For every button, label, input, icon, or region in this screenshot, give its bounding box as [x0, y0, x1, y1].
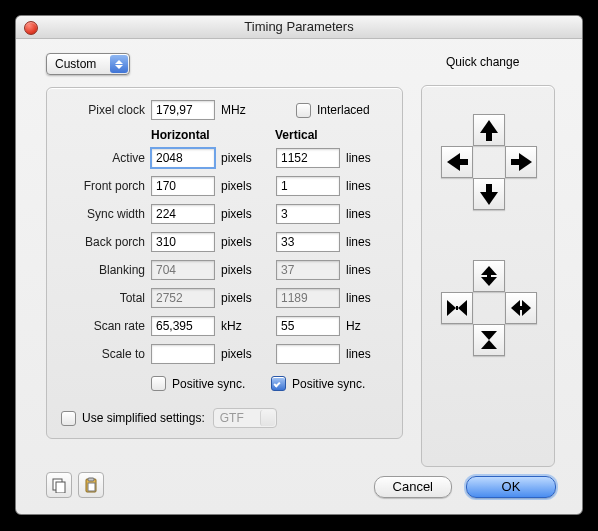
svg-rect-1 [56, 482, 65, 493]
pixel-clock-label: Pixel clock [47, 103, 151, 117]
interlaced-label: Interlaced [317, 103, 370, 117]
h-sync-width-input[interactable]: 224 [151, 204, 215, 224]
h-scan-rate-input[interactable]: 65,395 [151, 316, 215, 336]
v-total-value: 1189 [276, 288, 340, 308]
window-title: Timing Parameters [244, 19, 353, 34]
checkbox-icon [151, 376, 166, 391]
move-down-button[interactable] [473, 178, 505, 210]
shrink-h-icon [447, 300, 467, 316]
quick-change-group [421, 85, 555, 467]
arrow-down-icon [480, 192, 498, 205]
titlebar: Timing Parameters [16, 16, 582, 39]
v-active-unit: lines [340, 151, 401, 165]
dialog-window: Timing Parameters Custom Pixel clock 179… [15, 15, 583, 515]
v-scan-rate-unit: Hz [340, 319, 401, 333]
timing-group: Pixel clock 179,97 MHz Interlaced Horizo… [46, 87, 403, 439]
column-header-vertical: Vertical [275, 128, 318, 142]
v-active-input[interactable]: 1152 [276, 148, 340, 168]
h-scale-to-input[interactable] [151, 344, 215, 364]
shrink-horizontal-button[interactable] [441, 292, 473, 324]
move-up-button[interactable] [473, 114, 505, 146]
row-label-scale-to: Scale to [47, 347, 151, 361]
checkbox-icon [296, 103, 311, 118]
copy-icon [51, 477, 67, 493]
interlaced-checkbox[interactable]: Interlaced [296, 103, 370, 118]
simplified-select: GTF [213, 408, 277, 428]
preset-popup[interactable]: Custom [46, 53, 130, 75]
expand-horizontal-button[interactable] [505, 292, 537, 324]
h-positive-sync-checkbox[interactable]: Positive sync. [151, 376, 271, 391]
svg-rect-4 [88, 483, 95, 491]
move-left-button[interactable] [441, 146, 473, 178]
h-front-porch-input[interactable]: 170 [151, 176, 215, 196]
row-label-scan-rate: Scan rate [47, 319, 151, 333]
pixel-clock-unit: MHz [215, 103, 276, 117]
arrow-right-icon [519, 153, 532, 171]
row-label-sync-width: Sync width [47, 207, 151, 221]
v-back-porch-input[interactable]: 33 [276, 232, 340, 252]
row-label-front-porch: Front porch [47, 179, 151, 193]
h-total-value: 2752 [151, 288, 215, 308]
copy-button[interactable] [46, 472, 72, 498]
content-area: Custom Pixel clock 179,97 MHz Interlaced… [16, 39, 582, 514]
arrow-up-icon [480, 120, 498, 133]
v-positive-sync-checkbox[interactable]: Positive sync. [271, 376, 365, 391]
shrink-vertical-button[interactable] [473, 324, 505, 356]
use-simplified-checkbox[interactable]: Use simplified settings: [61, 411, 205, 426]
h-active-input[interactable]: 2048 [151, 148, 215, 168]
h-active-unit: pixels [215, 151, 276, 165]
quick-change-title: Quick change [446, 55, 519, 69]
preset-label: Custom [47, 57, 96, 71]
v-scan-rate-input[interactable]: 55 [276, 316, 340, 336]
paste-icon [83, 477, 99, 493]
shrink-v-icon [481, 331, 497, 349]
row-label-blanking: Blanking [47, 263, 151, 277]
expand-vertical-button[interactable] [473, 260, 505, 292]
row-label-total: Total [47, 291, 151, 305]
v-sync-width-input[interactable]: 3 [276, 204, 340, 224]
cancel-button[interactable]: Cancel [374, 476, 452, 498]
h-scan-rate-unit: kHz [215, 319, 276, 333]
expand-h-icon [511, 300, 531, 316]
move-cluster [440, 114, 536, 210]
size-cluster [440, 260, 536, 356]
popup-arrows-icon [110, 55, 128, 73]
checkbox-icon [61, 411, 76, 426]
h-back-porch-input[interactable]: 310 [151, 232, 215, 252]
svg-rect-3 [88, 478, 94, 481]
v-front-porch-input[interactable]: 1 [276, 176, 340, 196]
ok-button[interactable]: OK [466, 476, 556, 498]
column-header-horizontal: Horizontal [151, 128, 210, 142]
h-blanking-value: 704 [151, 260, 215, 280]
v-scale-to-input[interactable] [276, 344, 340, 364]
v-blanking-value: 37 [276, 260, 340, 280]
paste-button[interactable] [78, 472, 104, 498]
close-icon[interactable] [24, 21, 38, 35]
move-right-button[interactable] [505, 146, 537, 178]
row-label-active: Active [47, 151, 151, 165]
arrow-left-icon [447, 153, 460, 171]
checkbox-checked-icon [271, 376, 286, 391]
expand-v-icon [481, 266, 497, 286]
row-label-back-porch: Back porch [47, 235, 151, 249]
pixel-clock-input[interactable]: 179,97 [151, 100, 215, 120]
